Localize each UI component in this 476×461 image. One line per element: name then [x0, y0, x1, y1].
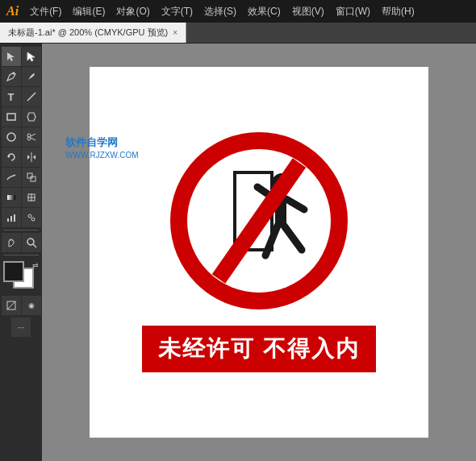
- tool-row-9: [2, 208, 41, 227]
- svg-point-7: [27, 137, 31, 140]
- svg-line-8: [31, 134, 35, 136]
- svg-marker-1: [27, 52, 35, 61]
- menu-view[interactable]: 视图(V): [287, 3, 329, 20]
- tool-select[interactable]: [2, 47, 21, 66]
- tool-row-6: [2, 147, 41, 167]
- tool-ellipse[interactable]: [2, 127, 21, 147]
- sign-figure-svg: [185, 147, 333, 295]
- tool-pen[interactable]: [2, 67, 21, 86]
- svg-rect-16: [7, 195, 15, 200]
- menu-select[interactable]: 选择(S): [199, 3, 241, 20]
- svg-point-23: [28, 214, 31, 218]
- svg-point-5: [7, 133, 15, 141]
- tool-paint[interactable]: [22, 107, 41, 127]
- svg-rect-15: [31, 177, 35, 181]
- tab-label: 未标题-1.ai* @ 200% (CMYK/GPU 预览): [8, 27, 168, 39]
- tool-divider-1: [3, 230, 39, 230]
- svg-line-3: [27, 93, 35, 101]
- svg-point-26: [27, 239, 34, 245]
- svg-rect-31: [236, 174, 270, 248]
- svg-point-6: [27, 134, 31, 137]
- svg-rect-4: [7, 114, 15, 120]
- tool-rotate[interactable]: [2, 147, 21, 167]
- svg-line-27: [33, 244, 36, 247]
- tool-rect[interactable]: [2, 107, 21, 127]
- tool-scissors[interactable]: [22, 127, 41, 147]
- color-picker[interactable]: ⇄: [3, 261, 39, 292]
- svg-line-35: [286, 199, 304, 210]
- svg-point-32: [272, 173, 291, 193]
- tool-row-5: [2, 127, 41, 147]
- tool-color-mode[interactable]: ◉: [22, 296, 41, 315]
- svg-marker-13: [33, 155, 35, 160]
- tool-symbol[interactable]: [22, 208, 41, 227]
- tool-zoom[interactable]: [22, 233, 41, 252]
- svg-point-24: [31, 218, 35, 221]
- watermark: 软件自学网 WWW.RJZXW.COM: [65, 135, 139, 161]
- tool-warp[interactable]: [2, 168, 21, 187]
- menu-text[interactable]: 文字(T): [157, 3, 198, 20]
- menu-file[interactable]: 文件(F): [25, 3, 66, 20]
- tool-direct-select[interactable]: [22, 47, 41, 66]
- menu-edit[interactable]: 编辑(E): [68, 3, 110, 20]
- watermark-line2: WWW.RJZXW.COM: [65, 150, 139, 161]
- banner-label: 未经许可 不得入内: [158, 334, 360, 364]
- menu-bar: 文件(F) 编辑(E) 对象(O) 文字(T) 选择(S) 效果(C) 视图(V…: [25, 3, 420, 20]
- tool-row-3: T: [2, 87, 41, 106]
- tool-divider-2: [3, 255, 39, 255]
- ai-logo: Ai: [6, 4, 19, 19]
- svg-line-29: [7, 301, 15, 309]
- tool-row-dots: ···: [11, 318, 31, 337]
- tool-reflect[interactable]: [22, 147, 41, 167]
- tool-gradient[interactable]: [2, 188, 21, 207]
- tool-pencil[interactable]: [22, 67, 41, 86]
- svg-rect-22: [14, 214, 15, 222]
- svg-rect-21: [10, 216, 12, 222]
- menu-effect[interactable]: 效果(C): [243, 3, 286, 20]
- text-banner: 未经许可 不得入内: [142, 326, 376, 372]
- svg-rect-20: [7, 218, 9, 222]
- tool-graph[interactable]: [2, 208, 21, 227]
- tool-fill-none[interactable]: [2, 296, 21, 315]
- tool-type[interactable]: T: [2, 87, 21, 106]
- swap-colors-icon[interactable]: ⇄: [32, 261, 39, 269]
- document-tab[interactable]: 未标题-1.ai* @ 200% (CMYK/GPU 预览) ×: [0, 23, 186, 43]
- menu-help[interactable]: 帮助(H): [377, 3, 420, 20]
- tool-row-1: [2, 47, 41, 66]
- svg-marker-12: [27, 155, 30, 160]
- canvas-area: 软件自学网 WWW.RJZXW.COM: [42, 44, 476, 461]
- tool-line[interactable]: [22, 87, 41, 106]
- svg-line-9: [31, 138, 35, 140]
- menu-window[interactable]: 窗口(W): [331, 3, 375, 20]
- tool-more[interactable]: ···: [11, 318, 31, 337]
- svg-rect-14: [27, 173, 32, 178]
- foreground-color[interactable]: [3, 261, 24, 282]
- title-bar: Ai 文件(F) 编辑(E) 对象(O) 文字(T) 选择(S) 效果(C) 视…: [0, 0, 476, 23]
- tool-shape-builder[interactable]: [22, 168, 41, 187]
- tool-row-8: [2, 188, 41, 207]
- tab-bar: 未标题-1.ai* @ 200% (CMYK/GPU 预览) ×: [0, 23, 476, 44]
- tool-mesh[interactable]: [22, 188, 41, 207]
- toolbar: T: [0, 44, 42, 461]
- tool-row-4: [2, 107, 41, 127]
- artboard: 软件自学网 WWW.RJZXW.COM: [90, 67, 428, 438]
- tool-row-7: [2, 168, 41, 187]
- no-entry-sign: [170, 132, 348, 309]
- svg-line-37: [284, 226, 302, 250]
- watermark-line1: 软件自学网: [65, 135, 139, 150]
- svg-point-2: [12, 73, 15, 75]
- menu-object[interactable]: 对象(O): [111, 3, 154, 20]
- tab-close-button[interactable]: ×: [173, 28, 177, 37]
- main-area: T: [0, 44, 476, 461]
- tool-row-10: [2, 233, 41, 252]
- tool-row-extra: ◉: [2, 296, 41, 315]
- svg-marker-0: [7, 52, 15, 61]
- tool-row-2: [2, 67, 41, 86]
- tool-hand[interactable]: [2, 233, 21, 252]
